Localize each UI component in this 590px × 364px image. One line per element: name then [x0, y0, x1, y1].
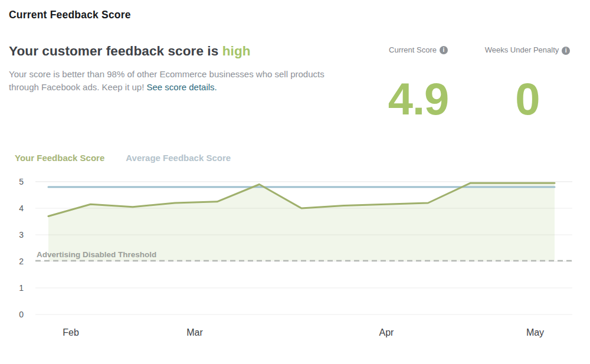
info-icon[interactable]: i	[440, 46, 448, 54]
feedback-chart: 543210FebMarAprMayAdvertising Disabled T…	[0, 171, 590, 354]
score-description: Your score is better than 98% of other E…	[9, 68, 338, 94]
current-score-stat: Current Score i 4.9	[371, 45, 466, 55]
y-axis-tick: 1	[19, 283, 24, 293]
weeks-under-penalty-value: 0	[477, 77, 578, 122]
chart-legend: Your Feedback Score Average Feedback Sco…	[15, 153, 231, 163]
headline-status: high	[222, 44, 251, 58]
weeks-under-penalty-stat: Weeks Under Penalty i 0	[477, 45, 578, 55]
current-score-label-row: Current Score i	[371, 45, 466, 55]
headline-prefix: Your customer feedback score is	[9, 44, 222, 58]
feedback-score-panel: Current Feedback Score Your customer fee…	[0, 0, 590, 364]
y-axis-tick: 5	[19, 177, 24, 186]
see-score-details-link[interactable]: See score details.	[147, 82, 217, 92]
legend-item-average-score[interactable]: Average Feedback Score	[126, 153, 231, 163]
y-axis-tick: 3	[19, 230, 24, 240]
weeks-under-penalty-label-row: Weeks Under Penalty i	[477, 45, 578, 55]
info-icon[interactable]: i	[562, 47, 570, 55]
x-axis-label: Mar	[186, 327, 203, 337]
score-area-fill	[48, 183, 555, 261]
y-axis-tick: 0	[19, 310, 24, 319]
x-axis-label: May	[526, 327, 544, 337]
threshold-label: Advertising Disabled Threshold	[37, 250, 156, 259]
x-axis-label: Apr	[379, 327, 395, 337]
current-score-value: 4.9	[371, 77, 466, 122]
page-title: Current Feedback Score	[9, 9, 131, 21]
weeks-under-penalty-label: Weeks Under Penalty	[485, 45, 559, 55]
feedback-chart-container: 543210FebMarAprMayAdvertising Disabled T…	[0, 171, 590, 354]
legend-item-your-score[interactable]: Your Feedback Score	[15, 153, 104, 163]
x-axis-label: Feb	[63, 327, 79, 337]
y-axis-tick: 4	[19, 204, 24, 213]
current-score-label: Current Score	[389, 45, 437, 55]
feedback-headline: Your customer feedback score is high	[9, 44, 251, 59]
y-axis-tick: 2	[19, 257, 24, 266]
